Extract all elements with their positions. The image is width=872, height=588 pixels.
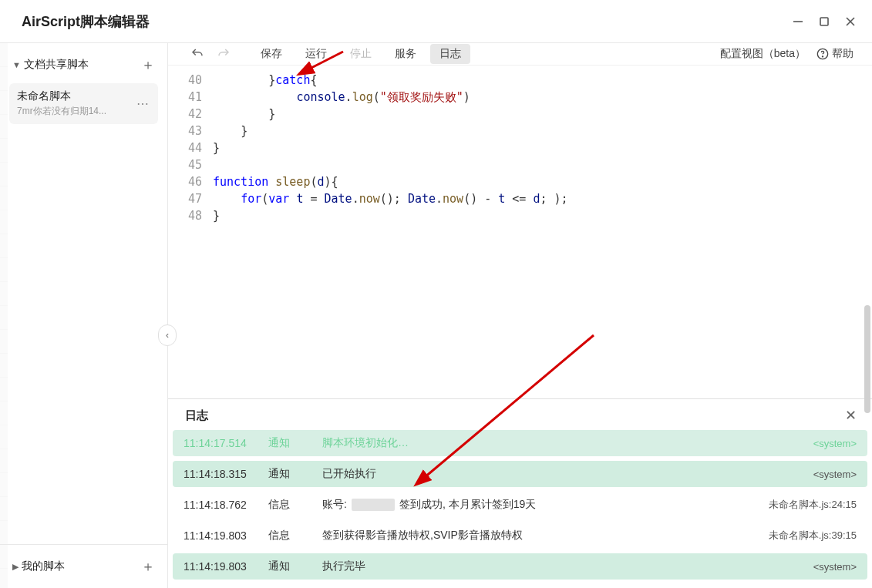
window-maximize-button[interactable] <box>818 15 830 28</box>
log-source: 未命名脚本.js:39:15 <box>769 529 857 543</box>
log-row: 11:14:19.803信息签到获得影音播放特权,SVIP影音播放特权未命名脚本… <box>173 522 867 549</box>
log-source: 未命名脚本.js:24:15 <box>769 498 857 512</box>
my-scripts-header[interactable]: ▶我的脚本 ＋ <box>9 553 158 580</box>
code-line: 40 }catch{ <box>168 72 872 89</box>
log-type: 通知 <box>268 436 322 450</box>
redacted-text <box>352 499 395 511</box>
sidebar-section-my: ▶我的脚本 ＋ <box>0 544 167 588</box>
log-type: 信息 <box>268 498 322 512</box>
log-timestamp: 11:14:18.762 <box>183 499 268 511</box>
help-button[interactable]: 帮助 <box>816 47 853 61</box>
svg-rect-1 <box>820 18 828 25</box>
editor-pane: 保存 运行 停止 服务 日志 配置视图（beta） 帮助 40 }catch{4… <box>168 43 872 588</box>
caret-right-icon: ▶ <box>12 562 19 571</box>
script-item-meta: 7mr你若没有归期14... <box>17 105 106 118</box>
log-source: <system> <box>813 469 857 480</box>
run-button[interactable]: 运行 <box>296 44 336 64</box>
help-icon <box>816 48 829 60</box>
sidebar-section-shared: ▼文档共享脚本 ＋ 未命名脚本 7mr你若没有归期14... ⋯ <box>0 43 167 132</box>
shared-scripts-header[interactable]: ▼文档共享脚本 ＋ <box>9 51 158 79</box>
code-line: 48} <box>168 207 872 224</box>
code-line: 44} <box>168 139 872 156</box>
add-my-script-button[interactable]: ＋ <box>141 557 155 576</box>
config-view-button[interactable]: 配置视图（beta） <box>720 47 806 61</box>
log-panel: 日志 ✕ 11:14:17.514通知脚本环境初始化…<system>11:14… <box>168 398 872 588</box>
code-line: 41 console.log("领取奖励失败") <box>168 89 872 106</box>
code-line: 46function sleep(d){ <box>168 173 872 190</box>
log-timestamp: 11:14:18.315 <box>183 468 268 480</box>
app-title: AirScript脚本编辑器 <box>22 12 150 31</box>
log-type: 信息 <box>268 529 322 543</box>
save-button[interactable]: 保存 <box>251 44 291 64</box>
script-list-item[interactable]: 未命名脚本 7mr你若没有归期14... ⋯ <box>9 83 158 124</box>
log-row: 11:14:17.514通知脚本环境初始化…<system> <box>173 430 867 456</box>
log-message: 签到获得影音播放特权,SVIP影音播放特权 <box>322 529 769 543</box>
titlebar: AirScript脚本编辑器 <box>0 0 872 43</box>
log-rows[interactable]: 11:14:17.514通知脚本环境初始化…<system>11:14:18.3… <box>168 430 872 588</box>
log-timestamp: 11:14:19.803 <box>183 529 268 542</box>
toolbar: 保存 运行 停止 服务 日志 配置视图（beta） 帮助 <box>168 43 872 66</box>
log-message: 脚本环境初始化… <box>322 436 813 450</box>
script-item-more-button[interactable]: ⋯ <box>135 96 150 111</box>
code-line: 43 } <box>168 123 872 139</box>
log-type: 通知 <box>268 559 322 573</box>
shared-scripts-label: 文档共享脚本 <box>24 58 89 70</box>
window-minimize-button[interactable] <box>792 15 804 28</box>
log-source: <system> <box>813 561 857 573</box>
service-button[interactable]: 服务 <box>385 44 426 64</box>
log-message: 执行完毕 <box>322 559 813 573</box>
log-panel-title: 日志 <box>185 408 208 423</box>
svg-point-5 <box>822 56 823 57</box>
log-row: 11:14:19.803通知执行完毕<system> <box>173 553 867 580</box>
log-row: 11:14:18.315通知已开始执行<system> <box>173 461 867 487</box>
redo-button[interactable] <box>213 43 234 65</box>
caret-down-icon: ▼ <box>12 60 21 69</box>
window-close-button[interactable] <box>844 15 857 28</box>
code-line: 47 for(var t = Date.now(); Date.now() - … <box>168 190 872 207</box>
window-controls <box>792 15 857 28</box>
log-timestamp: 11:14:19.803 <box>183 560 268 573</box>
help-label: 帮助 <box>832 47 853 61</box>
log-message: 账号:签到成功, 本月累计签到19天 <box>322 498 769 512</box>
script-item-name: 未命名脚本 <box>17 89 106 103</box>
undo-button[interactable] <box>187 43 208 65</box>
log-close-button[interactable]: ✕ <box>845 407 857 424</box>
code-line: 45 <box>168 156 872 173</box>
editor-scrollbar-thumb[interactable] <box>864 305 870 413</box>
log-timestamp: 11:14:17.514 <box>183 437 268 449</box>
add-shared-script-button[interactable]: ＋ <box>141 55 155 74</box>
code-editor[interactable]: 40 }catch{41 console.log("领取奖励失败")42 }43… <box>168 66 872 398</box>
log-row: 11:14:18.762信息账号:签到成功, 本月累计签到19天未命名脚本.js… <box>173 492 867 518</box>
stop-button: 停止 <box>341 44 381 64</box>
sidebar-collapse-handle[interactable]: ‹ <box>158 324 177 346</box>
log-type: 通知 <box>268 467 322 481</box>
log-tab[interactable]: 日志 <box>430 44 470 64</box>
log-source: <system> <box>813 438 857 449</box>
code-line: 42 } <box>168 106 872 123</box>
log-message: 已开始执行 <box>322 467 813 481</box>
my-scripts-label: 我的脚本 <box>22 559 65 572</box>
sidebar: ▼文档共享脚本 ＋ 未命名脚本 7mr你若没有归期14... ⋯ ▶我的脚本 ＋… <box>0 43 168 588</box>
